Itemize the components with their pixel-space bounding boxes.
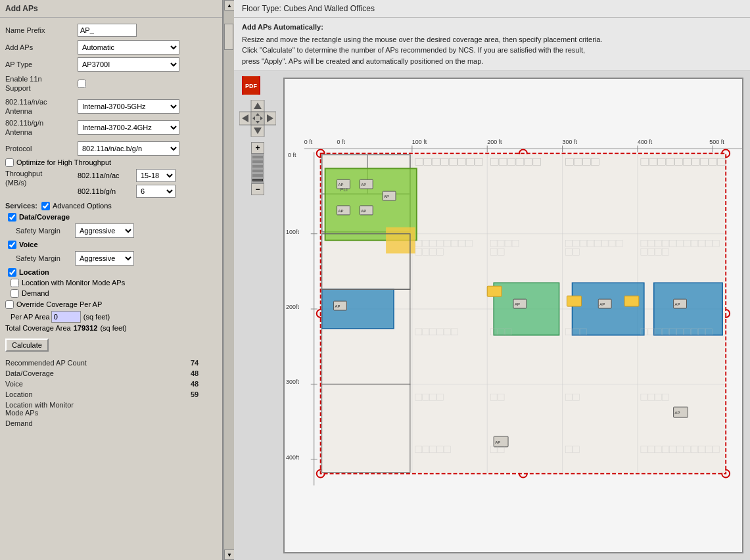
zoom-out-button[interactable]: − — [251, 183, 264, 195]
throughput-bgn-select[interactable]: 6 11 — [136, 185, 176, 198]
add-aps-label: Add APs — [5, 43, 78, 52]
antenna-5ghz-select[interactable]: Internal-3700-5GHz External — [78, 99, 179, 114]
voice-safety-select[interactable]: Aggressive Moderate Low — [75, 251, 134, 266]
scroll-down-button[interactable]: ▼ — [224, 549, 235, 560]
svg-rect-108 — [487, 286, 502, 296]
pdf-export-button[interactable]: PDF — [242, 76, 260, 95]
svg-text:0 ft: 0 ft — [288, 152, 296, 158]
location-label: Location — [19, 268, 49, 276]
per-ap-label: Per AP Area — [11, 313, 50, 321]
data-coverage-count-label: Data/Coverage — [5, 369, 191, 377]
ap-type-select[interactable]: AP3700I AP3600I — [78, 57, 179, 72]
svg-text:500 ft: 500 ft — [709, 139, 724, 145]
services-label: Services: — [5, 202, 37, 210]
throughput-label: Throughput(MB/s) — [5, 169, 78, 188]
panel-title: Add APs — [0, 0, 222, 18]
ap-type-label: AP Type — [5, 60, 78, 69]
svg-text:AP: AP — [335, 304, 340, 308]
svg-text:PDF: PDF — [245, 83, 258, 89]
navigation-controls: + − — [239, 100, 276, 195]
svg-rect-100 — [322, 289, 394, 329]
optimize-checkbox[interactable] — [5, 158, 14, 167]
location-checkbox[interactable] — [8, 268, 16, 277]
location-monitor-checkbox[interactable] — [11, 279, 19, 287]
svg-text:AP: AP — [515, 302, 520, 306]
svg-text:0 ft: 0 ft — [304, 139, 313, 145]
svg-text:200ft: 200ft — [286, 304, 299, 310]
data-safety-label: Safety Margin — [16, 227, 75, 235]
name-prefix-label: Name Prefix — [5, 26, 78, 35]
total-coverage-unit: (sq feet) — [100, 324, 126, 332]
svg-text:100ft: 100ft — [286, 229, 299, 235]
data-safety-select[interactable]: Aggressive Moderate Low — [75, 223, 134, 238]
per-ap-unit: (sq feet) — [83, 313, 110, 321]
protocol-label: Protocol — [5, 144, 78, 153]
override-coverage-checkbox[interactable] — [5, 300, 14, 309]
scroll-thumb[interactable] — [224, 24, 233, 50]
data-coverage-checkbox[interactable] — [8, 213, 16, 222]
voice-label: Voice — [19, 241, 38, 248]
svg-text:AP: AP — [339, 209, 344, 213]
enable-11n-label: Enable 11nSupport — [5, 74, 78, 93]
antenna-24ghz-label: 802.11b/g/nAntenna — [5, 118, 78, 137]
panel-scrollbar[interactable]: ▲ ▼ — [223, 0, 234, 560]
svg-text:200 ft: 200 ft — [487, 139, 502, 145]
zoom-track[interactable] — [251, 154, 264, 183]
svg-text:AP: AP — [675, 411, 680, 415]
instructions-text: Resize and move the rectangle using the … — [242, 35, 602, 65]
protocol-select[interactable]: 802.11a/n/ac.b/g/n 802.11a/n/ac 802.11b/… — [78, 141, 179, 156]
recommended-label: Recommended AP Count — [5, 359, 191, 367]
voice-safety-label: Safety Margin — [16, 254, 75, 262]
voice-count-value: 48 — [191, 380, 217, 388]
enable-11n-checkbox[interactable] — [78, 80, 86, 88]
data-coverage-count-value: 48 — [191, 369, 217, 377]
svg-rect-109 — [567, 296, 582, 306]
svg-rect-110 — [624, 296, 639, 306]
svg-text:AP: AP — [361, 209, 366, 213]
pan-control[interactable] — [239, 100, 276, 137]
demand-count-label: Demand — [5, 419, 191, 427]
scroll-up-button[interactable]: ▲ — [224, 0, 235, 11]
floor-type-header: Floor Type: Cubes And Walled Offices — [234, 0, 750, 18]
throughput-ac-label: 802.11a/n/ac — [78, 172, 133, 179]
svg-rect-89 — [386, 227, 415, 254]
svg-text:300ft: 300ft — [286, 379, 299, 385]
svg-text:400 ft: 400 ft — [638, 139, 653, 145]
voice-count-label: Voice — [5, 380, 191, 388]
svg-rect-102 — [494, 283, 559, 335]
optimize-label: Optimize for High Throughput — [16, 158, 111, 166]
svg-text:FLI: FLI — [340, 187, 348, 193]
demand-label: Demand — [22, 289, 49, 297]
scroll-track[interactable] — [224, 11, 234, 549]
advanced-options-label: Advanced Options — [53, 202, 112, 210]
svg-rect-104 — [572, 283, 644, 335]
location-count-value: 59 — [191, 390, 217, 398]
calculate-button[interactable]: Calculate — [5, 338, 49, 352]
floor-plan[interactable]: 0 ft 0 ft 100 ft 200 ft 300 ft 400 ft 50… — [283, 78, 743, 553]
demand-checkbox[interactable] — [11, 289, 19, 298]
svg-text:400ft: 400ft — [286, 454, 299, 461]
svg-text:AP: AP — [599, 302, 605, 306]
svg-text:100 ft: 100 ft — [412, 139, 427, 145]
add-aps-select[interactable]: Automatic Manual — [78, 40, 179, 55]
antenna-24ghz-select[interactable]: Internal-3700-2.4GHz External — [78, 120, 179, 135]
instructions-title: Add APs Automatically: — [242, 22, 742, 33]
name-prefix-input[interactable] — [78, 24, 137, 37]
svg-text:AP: AP — [675, 302, 680, 306]
voice-checkbox[interactable] — [8, 241, 16, 249]
per-ap-input[interactable] — [51, 311, 81, 323]
svg-text:AP: AP — [495, 440, 500, 444]
svg-text:AP: AP — [361, 183, 366, 187]
antenna-5ghz-label: 802.11a/n/acAntenna — [5, 97, 78, 116]
zoom-in-button[interactable]: + — [251, 142, 264, 154]
instructions-panel: Add APs Automatically: Resize and move t… — [234, 18, 750, 71]
svg-text:300 ft: 300 ft — [563, 139, 578, 145]
svg-text:0 ft: 0 ft — [337, 139, 346, 145]
advanced-options-checkbox[interactable] — [41, 202, 50, 210]
svg-rect-106 — [654, 283, 722, 335]
map-area[interactable]: PDF — [234, 71, 750, 560]
location-monitor-count-label: Location with MonitorMode APs — [5, 401, 191, 417]
recommended-value: 74 — [191, 359, 217, 367]
throughput-bgn-label: 802.11b/g/n — [78, 187, 133, 195]
throughput-ac-select[interactable]: 15-18 10-15 — [136, 169, 176, 182]
